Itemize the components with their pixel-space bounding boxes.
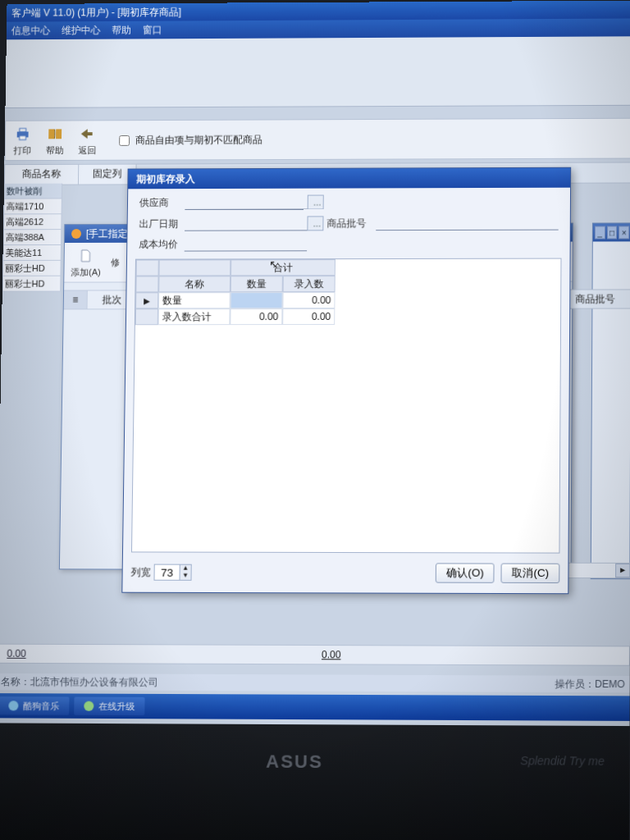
help-label: 帮助 bbox=[46, 144, 64, 157]
dialog-footer: 列宽 ▲ ▼ 确认(O) 取消(C) bbox=[130, 560, 559, 585]
edit-button[interactable]: 修 bbox=[111, 256, 120, 268]
spinner-down-icon[interactable]: ▼ bbox=[179, 573, 190, 580]
manual-assign-title-text: [手工指定] bbox=[86, 225, 131, 243]
col-width-label: 列宽 bbox=[131, 565, 151, 579]
bg-list-header: 数叶被削 bbox=[4, 184, 62, 199]
help-button[interactable]: 帮助 bbox=[46, 125, 64, 157]
dialog-title: 期初库存录入 bbox=[128, 168, 570, 189]
add-button[interactable]: 添加(A) bbox=[71, 246, 101, 278]
out-date-picker-button[interactable]: … bbox=[307, 216, 323, 231]
ok-button[interactable]: 确认(O) bbox=[436, 563, 495, 582]
new-doc-icon bbox=[77, 246, 95, 264]
supplier-label: 供应商 bbox=[139, 196, 185, 210]
current-row-icon: ▶ bbox=[144, 296, 150, 305]
printer-icon bbox=[14, 125, 32, 143]
update-icon bbox=[84, 701, 94, 711]
out-date-input[interactable] bbox=[185, 217, 308, 231]
cell-qty[interactable]: 0.00 bbox=[230, 308, 282, 325]
print-label: 打印 bbox=[13, 144, 31, 157]
background-product-list: 数叶被削 高端1710 高端2612 高端388A 美能达11 丽彩士HD 丽彩… bbox=[2, 184, 62, 292]
monitor-brand: ASUS bbox=[266, 751, 323, 773]
menu-help[interactable]: 帮助 bbox=[112, 21, 131, 39]
cell-name[interactable]: 录入数合计 bbox=[158, 308, 231, 325]
window-controls: _ □ × bbox=[593, 223, 630, 241]
cell-name[interactable]: 数量 bbox=[158, 292, 231, 308]
cell-entered[interactable]: 0.00 bbox=[282, 308, 335, 325]
list-item[interactable]: 高端2612 bbox=[3, 214, 62, 230]
table-row[interactable]: ▶ 数量 0.00 bbox=[135, 292, 560, 309]
edit-label: 修 bbox=[111, 256, 120, 268]
book-icon bbox=[46, 125, 64, 143]
grid-merged-header: 合计 ↖ bbox=[231, 259, 336, 276]
minimize-icon[interactable]: _ bbox=[595, 226, 605, 239]
svg-rect-1 bbox=[20, 128, 26, 131]
summary-mid-value: 0.00 bbox=[297, 649, 366, 660]
dialog-grid: 合计 ↖ 名称 数量 录入数 ▶ 数量 0.00 录入数合计 0.00 0.00 bbox=[131, 258, 562, 554]
list-item[interactable]: 高端388A bbox=[3, 230, 62, 245]
monitor-bezel bbox=[0, 723, 630, 840]
back-label: 返回 bbox=[78, 144, 96, 157]
avg-cost-label: 成本均价 bbox=[139, 238, 185, 252]
table-row[interactable]: 录入数合计 0.00 0.00 bbox=[135, 308, 560, 326]
supplier-picker-button[interactable]: … bbox=[308, 195, 324, 210]
status-operator: 操作员：DEMO bbox=[555, 677, 624, 692]
menu-maint-center[interactable]: 维护中心 bbox=[62, 21, 101, 39]
initial-stock-dialog: 期初库存录入 供应商 … 出厂日期 … 商品批号 成本均价 合计 ↖ bbox=[121, 167, 571, 594]
col-width-spinner[interactable]: ▲ ▼ bbox=[153, 564, 191, 581]
summary-bar: 0.00 0.00 bbox=[0, 644, 630, 666]
app-orb-icon bbox=[71, 229, 81, 239]
cell-qty[interactable] bbox=[231, 292, 283, 308]
col-width-input[interactable] bbox=[154, 565, 179, 580]
menu-info-center[interactable]: 信息中心 bbox=[11, 21, 51, 39]
grid-header-row1: 合计 ↖ bbox=[136, 259, 561, 276]
status-bar: 名称：北流市伟恒办公设备有限公司 操作员：DEMO bbox=[0, 673, 630, 692]
taskbar-item-music[interactable]: 酷狗音乐 bbox=[0, 696, 69, 715]
list-item[interactable]: 美能达11 bbox=[2, 245, 62, 261]
cancel-button[interactable]: 取消(C) bbox=[501, 564, 559, 583]
col-name[interactable]: 名称 bbox=[158, 276, 231, 292]
taskbar-item-label: 在线升级 bbox=[98, 697, 135, 715]
out-date-label: 出厂日期 bbox=[139, 217, 185, 231]
avg-cost-input[interactable] bbox=[185, 237, 308, 251]
add-label: 添加(A) bbox=[71, 266, 101, 278]
close-icon[interactable]: × bbox=[619, 226, 629, 239]
grid-header-row2: 名称 数量 录入数 bbox=[135, 276, 560, 293]
product-name-header: 商品名称 bbox=[5, 165, 79, 185]
svg-rect-2 bbox=[20, 135, 26, 139]
taskbar: 酷狗音乐 在线升级 bbox=[0, 693, 630, 721]
maximize-icon[interactable]: □ bbox=[607, 226, 618, 239]
status-company: 名称：北流市伟恒办公设备有限公司 bbox=[1, 674, 158, 689]
ellipsis-icon: … bbox=[313, 199, 322, 208]
print-button[interactable]: 打印 bbox=[13, 125, 31, 157]
list-item[interactable]: 高端1710 bbox=[3, 199, 62, 214]
return-arrow-icon bbox=[79, 125, 97, 143]
menu-window[interactable]: 窗口 bbox=[143, 21, 162, 39]
cell-entered[interactable]: 0.00 bbox=[282, 292, 335, 308]
taskbar-item-update[interactable]: 在线升级 bbox=[74, 697, 144, 716]
workspace-backdrop bbox=[5, 36, 630, 108]
mismatch-checkbox-input[interactable] bbox=[119, 135, 130, 145]
supplier-input[interactable] bbox=[185, 195, 307, 209]
list-item[interactable]: 丽彩士HD bbox=[2, 276, 62, 292]
music-icon bbox=[8, 701, 18, 710]
batch-no-label: 商品批号 bbox=[326, 217, 376, 231]
mismatch-checkbox[interactable]: 商品自由项与期初不匹配商品 bbox=[116, 132, 262, 148]
batch-no-input[interactable] bbox=[376, 216, 559, 231]
col-entered[interactable]: 录入数 bbox=[283, 276, 336, 292]
col-qty[interactable]: 数量 bbox=[231, 276, 283, 292]
row-selector[interactable]: ≡ bbox=[64, 291, 88, 309]
summary-left-value: 0.00 bbox=[0, 648, 36, 660]
scroll-right-icon[interactable]: ► bbox=[615, 564, 630, 578]
taskbar-item-label: 酷狗音乐 bbox=[23, 696, 59, 714]
back-button[interactable]: 返回 bbox=[78, 125, 96, 157]
toolbar: 打印 帮助 返回 商品自由项与期初不匹配商品 bbox=[4, 118, 630, 161]
dialog-form: 供应商 … 出厂日期 … 商品批号 成本均价 bbox=[127, 188, 570, 255]
right-doc-window: _ □ × 商品批号 ◄ ► bbox=[591, 222, 630, 579]
list-item[interactable]: 丽彩士HD bbox=[2, 261, 62, 276]
ellipsis-icon: … bbox=[313, 219, 321, 228]
mismatch-checkbox-label: 商品自由项与期初不匹配商品 bbox=[135, 133, 262, 147]
monitor-tagline: Splendid Try me bbox=[520, 754, 605, 768]
mouse-cursor-icon: ↖ bbox=[269, 258, 279, 272]
